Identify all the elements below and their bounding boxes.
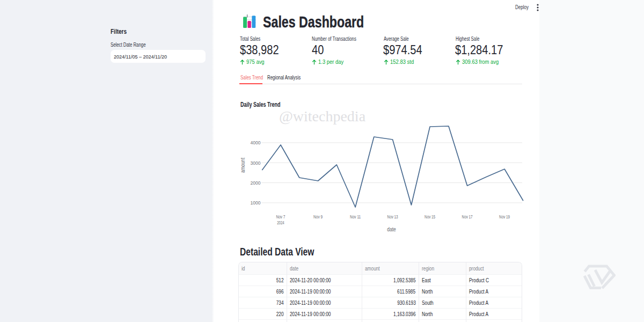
svg-text:3000: 3000 (251, 160, 261, 166)
svg-text:1000: 1000 (251, 200, 261, 206)
svg-text:amount: amount (240, 158, 246, 173)
svg-text:Nov 19: Nov 19 (499, 214, 510, 219)
svg-text:Nov 9: Nov 9 (313, 214, 323, 219)
svg-text:4000: 4000 (251, 140, 261, 145)
svg-text:Nov 7: Nov 7 (276, 214, 286, 219)
svg-text:Nov 13: Nov 13 (387, 214, 398, 219)
svg-text:Nov 11: Nov 11 (350, 214, 361, 219)
svg-text:Nov 15: Nov 15 (425, 214, 435, 219)
svg-text:date: date (387, 226, 396, 232)
svg-text:Nov 17: Nov 17 (462, 214, 473, 219)
svg-text:2024: 2024 (277, 219, 284, 225)
svg-text:2000: 2000 (251, 180, 261, 186)
